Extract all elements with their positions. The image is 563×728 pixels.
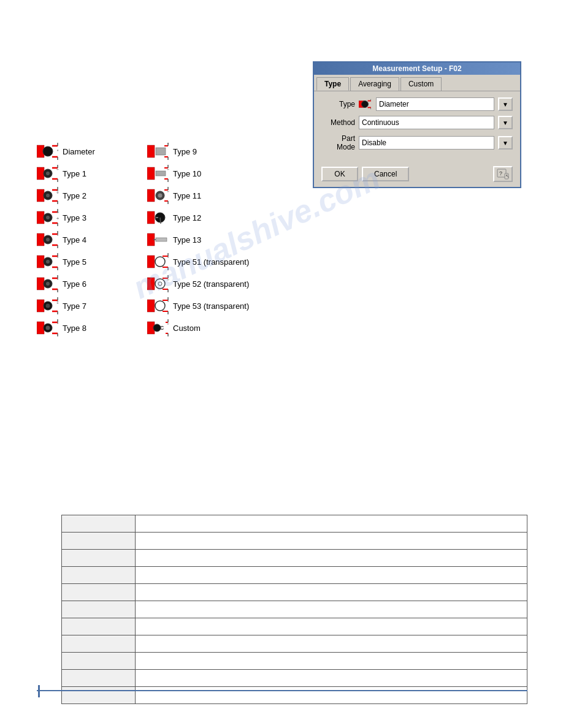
list-item: * Diameter <box>37 141 147 162</box>
help-button[interactable]: ? ↖ <box>493 166 513 182</box>
icon-grid: * Diameter * Type 9 ÷ Type 1 <box>37 141 282 338</box>
type-sensor-icon <box>359 99 371 110</box>
type-input[interactable] <box>376 97 494 111</box>
svg-point-26 <box>46 172 50 175</box>
tab-type[interactable]: Type <box>316 77 349 91</box>
svg-text:‡: ‡ <box>56 189 59 194</box>
table-row <box>62 550 527 567</box>
type13-label: Type 13 <box>173 235 201 245</box>
table-cell-value <box>136 618 527 635</box>
svg-rect-87 <box>147 256 155 268</box>
svg-point-49 <box>158 194 163 198</box>
list-item: Type 12 <box>147 207 282 228</box>
part-mode-label: Part Mode <box>321 134 355 151</box>
table-cell-key <box>62 515 136 533</box>
svg-point-119 <box>155 301 165 311</box>
type5-icon: * <box>37 253 59 270</box>
tab-averaging[interactable]: Averaging <box>350 77 399 91</box>
svg-rect-33 <box>156 171 166 176</box>
table-cell-value <box>136 515 527 533</box>
type3-icon: + + <box>37 209 59 226</box>
type5-label: Type 5 <box>63 257 86 267</box>
svg-point-70 <box>46 238 50 241</box>
table-cell-value <box>136 687 527 704</box>
list-item: * Type 9 <box>147 141 282 162</box>
table-cell-key <box>62 653 136 670</box>
bottom-line-mark <box>38 685 40 697</box>
part-mode-dropdown-btn[interactable]: ▼ <box>498 136 513 150</box>
type9-icon: * <box>147 143 169 160</box>
method-input[interactable] <box>359 116 494 129</box>
table-cell-value <box>136 533 527 550</box>
table-cell-key <box>62 670 136 687</box>
svg-rect-94 <box>37 278 44 290</box>
svg-point-41 <box>46 194 50 197</box>
table-cell-value <box>136 635 527 653</box>
svg-rect-24 <box>37 167 44 180</box>
svg-point-11 <box>43 146 53 156</box>
svg-point-57 <box>46 216 50 219</box>
table-cell-value <box>136 601 527 618</box>
svg-point-81 <box>46 260 50 264</box>
list-item: ÷ Type 11 <box>147 185 282 206</box>
svg-rect-32 <box>147 167 155 180</box>
type52-label: Type 52 (transparent) <box>173 279 249 289</box>
type6-label: Type 6 <box>63 279 86 289</box>
svg-text:+: + <box>56 216 59 221</box>
footer-buttons: OK Cancel <box>321 167 409 181</box>
list-item: Type 13 <box>147 229 282 250</box>
svg-line-67 <box>160 218 161 224</box>
ok-button[interactable]: OK <box>321 167 358 181</box>
method-label: Method <box>321 118 355 127</box>
svg-rect-125 <box>37 322 44 334</box>
custom-label: Custom <box>173 324 201 333</box>
svg-text:÷: ÷ <box>167 278 169 282</box>
part-mode-input[interactable] <box>359 136 494 150</box>
method-dropdown-btn[interactable]: ▼ <box>498 116 513 129</box>
tab-custom[interactable]: Custom <box>400 77 442 91</box>
svg-rect-47 <box>147 189 155 202</box>
svg-text:÷: ÷ <box>167 322 169 326</box>
type2-icon: ‡ <box>37 187 59 204</box>
diameter-icon: * <box>37 143 59 160</box>
svg-rect-79 <box>37 256 44 268</box>
type-dropdown-btn[interactable]: ▼ <box>498 97 513 111</box>
cancel-button[interactable]: Cancel <box>362 167 409 181</box>
type7-label: Type 7 <box>63 301 86 311</box>
svg-point-104 <box>158 282 162 286</box>
type11-label: Type 11 <box>173 191 201 200</box>
type4-icon: * <box>37 231 59 248</box>
svg-text:*: * <box>167 256 169 260</box>
svg-text:*: * <box>57 233 59 238</box>
type12-icon <box>147 209 169 226</box>
svg-rect-64 <box>147 211 155 224</box>
table-row <box>62 687 527 704</box>
list-item: * Type 8 <box>37 317 147 338</box>
table-cell-key <box>62 618 136 635</box>
svg-rect-17 <box>147 145 155 157</box>
svg-text:*: * <box>57 322 59 326</box>
list-item: * Type 6 <box>37 273 147 294</box>
svg-point-88 <box>155 257 165 267</box>
svg-text:÷: ÷ <box>56 167 59 172</box>
type1-label: Type 1 <box>63 169 86 178</box>
type8-icon: * <box>37 319 59 336</box>
list-item: * Type 51 (transparent) <box>147 251 282 272</box>
type51-label: Type 51 (transparent) <box>173 257 249 267</box>
custom-icon: C ÷ <box>147 319 169 336</box>
svg-rect-39 <box>37 189 44 202</box>
measurement-setup-dialog: Measurement Setup - F02 Type Averaging C… <box>313 61 521 188</box>
svg-point-96 <box>46 282 50 286</box>
help-icon: ? ↖ <box>497 169 509 180</box>
svg-rect-18 <box>156 148 166 155</box>
type7-icon: ‡ <box>37 297 59 314</box>
type3-label: Type 3 <box>63 213 86 222</box>
svg-text:?: ? <box>499 170 502 176</box>
table-row <box>62 601 527 618</box>
dialog-tabs: Type Averaging Custom <box>314 75 520 91</box>
svg-text:÷: ÷ <box>167 189 169 194</box>
svg-text:C: C <box>160 325 164 331</box>
dialog-footer: OK Cancel ? ↖ <box>314 162 520 187</box>
list-item: * Type 5 <box>37 251 147 272</box>
type13-icon <box>147 231 169 248</box>
